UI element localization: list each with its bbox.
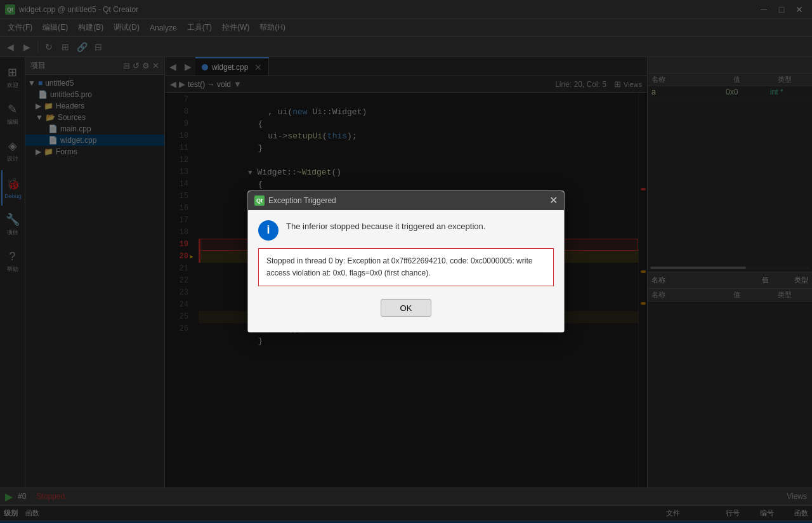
dialog-error-text: Stopped in thread 0 by: Exception at 0x7… [266,256,532,277]
dialog-footer: OK [258,294,554,322]
dialog-message: i The inferior stopped because it trigge… [258,220,554,241]
dialog-info-icon: i [258,220,278,241]
ok-button-label: OK [400,303,412,313]
ok-button[interactable]: OK [381,299,431,317]
dialog-app-icon: Qt [254,195,265,206]
dialog-message-text: The inferior stopped because it triggere… [286,220,485,233]
dialog-close-button[interactable]: ✕ [549,194,558,206]
dialog-content: i The inferior stopped because it trigge… [248,210,564,332]
dialog-titlebar: Qt Exception Triggered ✕ [248,191,564,210]
dialog-title: Exception Triggered [268,196,336,205]
dialog-error-box: Stopped in thread 0 by: Exception at 0x7… [258,248,554,286]
exception-dialog: Qt Exception Triggered ✕ i The inferior … [247,190,565,333]
info-icon-text: i [266,223,270,237]
modal-overlay: Qt Exception Triggered ✕ i The inferior … [0,0,812,523]
